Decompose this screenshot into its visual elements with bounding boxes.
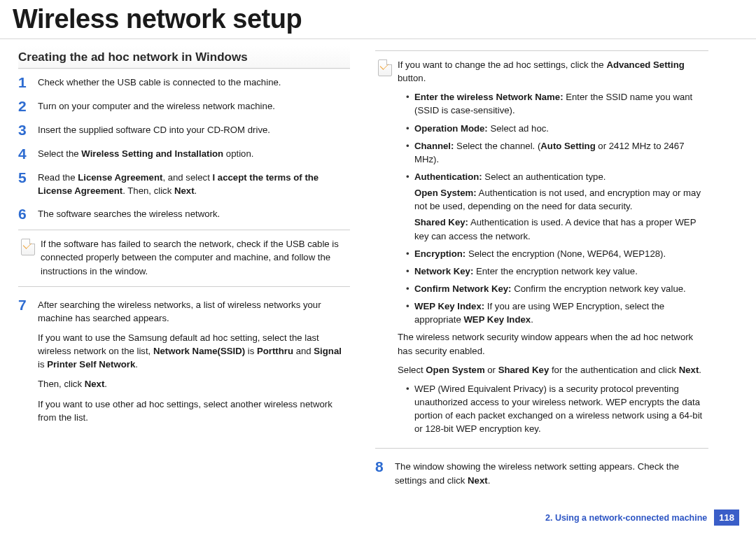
note-icon — [378, 58, 398, 76]
right-column: If you want to change the ad hoc setting… — [364, 46, 728, 496]
step-7: 7After searching the wireless networks, … — [18, 297, 350, 424]
wep-note-bullet: WEP (Wired Equivalent Privacy) is a secu… — [398, 382, 706, 436]
step-number: 1 — [18, 74, 38, 90]
wep-note: WEP (Wired Equivalent Privacy) is a secu… — [406, 382, 706, 436]
step: 3Insert the supplied software CD into yo… — [18, 122, 350, 137]
step-8: 8The window showing the wireless network… — [375, 458, 708, 486]
after-bullets-2: Select Open System or Shared Key for the… — [398, 363, 706, 377]
step-number: 7 — [18, 297, 38, 312]
step-body: Read the License Agreement, and select I… — [38, 169, 350, 197]
bullet-item: Operation Mode: Select ad hoc. — [406, 122, 706, 135]
bullet-item: WEP Key Index: If you are using WEP Encr… — [406, 300, 706, 326]
note-box-right: If you want to change the ad hoc setting… — [375, 50, 708, 449]
content-columns: Creating the ad hoc network in Windows 1… — [0, 39, 756, 496]
page-title: Wireless network setup — [0, 0, 756, 39]
left-column: Creating the ad hoc network in Windows 1… — [0, 46, 364, 496]
bullet-item: Confirm Network Key: Confirm the encrypt… — [406, 282, 706, 295]
step: 8The window showing the wireless network… — [375, 458, 708, 486]
step: 1Check whether the USB cable is connecte… — [18, 74, 350, 90]
note-intro: If you want to change the ad hoc setting… — [398, 58, 706, 85]
step: 5Read the License Agreement, and select … — [18, 169, 350, 197]
chapter-label: 2. Using a network-connected machine — [545, 513, 707, 523]
step: 4Select the Wireless Setting and Install… — [18, 146, 350, 161]
note-icon — [21, 237, 41, 255]
bullet-item: Authentication: Select an authentication… — [406, 170, 706, 243]
steps-1-6: 1Check whether the USB cable is connecte… — [18, 74, 350, 221]
page-footer: 2. Using a network-connected machine 118 — [545, 510, 739, 526]
step-number: 4 — [18, 146, 38, 161]
note-box-left: If the software has failed to search the… — [18, 230, 350, 286]
note-text: If the software has failed to search the… — [41, 237, 347, 277]
step-body: After searching the wireless networks, a… — [38, 297, 350, 424]
bullet-item: Encryption: Select the encryption (None,… — [406, 247, 706, 260]
step-body: The window showing the wireless network … — [395, 458, 708, 486]
step-body: Turn on your computer and the wireless n… — [38, 98, 350, 113]
page-number: 118 — [714, 510, 739, 526]
step-body: The software searches the wireless netwo… — [38, 206, 350, 220]
step: 7After searching the wireless networks, … — [18, 297, 350, 424]
step-number: 6 — [18, 206, 38, 221]
bullet-item: Channel: Select the channel. (Auto Setti… — [406, 139, 706, 166]
bullet-item: Enter the wireless Network Name: Enter t… — [406, 90, 706, 117]
step-number: 8 — [375, 458, 395, 474]
step-number: 2 — [18, 98, 38, 113]
note-right-body: If you want to change the ad hoc setting… — [398, 58, 706, 440]
advanced-bullets: Enter the wireless Network Name: Enter t… — [398, 90, 706, 326]
step: 2Turn on your computer and the wireless … — [18, 98, 350, 113]
step-body: Select the Wireless Setting and Installa… — [38, 146, 350, 160]
section-heading: Creating the ad hoc network in Windows — [18, 46, 350, 69]
step: 6The software searches the wireless netw… — [18, 206, 350, 221]
step-number: 5 — [18, 169, 38, 185]
bullet-item: Network Key: Enter the encryption networ… — [406, 265, 706, 278]
step-number: 3 — [18, 122, 38, 137]
after-bullets-1: The wireless network security window app… — [398, 330, 706, 357]
step-body: Check whether the USB cable is connected… — [38, 74, 350, 89]
step-body: Insert the supplied software CD into you… — [38, 122, 350, 136]
